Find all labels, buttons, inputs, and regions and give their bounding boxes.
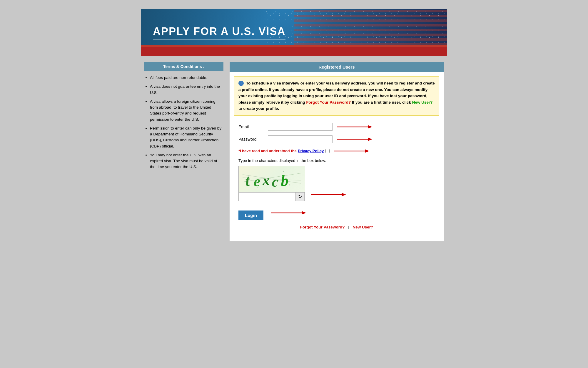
login-arrow-svg	[269, 210, 308, 216]
main-content: Terms & Conditions : All fees paid are n…	[141, 62, 447, 241]
svg-text:c: c	[271, 173, 279, 190]
captcha-arrow-svg	[309, 191, 348, 198]
privacy-text: *I have read and understood the	[238, 149, 297, 153]
svg-marker-3	[368, 137, 372, 141]
forgot-password-link[interactable]: Forgot Your Password?	[300, 225, 345, 229]
svg-point-15	[266, 173, 266, 173]
captcha-input-row: ↻	[239, 193, 304, 201]
svg-point-14	[248, 176, 249, 177]
page-title: APPLY FOR A U.S. VISA	[153, 25, 285, 39]
svg-marker-5	[365, 149, 369, 153]
terms-list: All fees paid are non-refundable. A visa…	[144, 75, 223, 170]
forgot-password-notice-link[interactable]: Forgot Your Password?	[306, 100, 351, 105]
email-label: Email	[238, 125, 268, 129]
list-item: Permission to enter can only be given by…	[150, 125, 223, 149]
terms-header: Terms & Conditions :	[144, 62, 223, 71]
password-input[interactable]	[268, 135, 333, 143]
email-input[interactable]	[268, 123, 333, 131]
svg-marker-22	[302, 211, 306, 215]
privacy-policy-link[interactable]: Privacy Policy	[298, 149, 324, 153]
notice-after-forgot: If you are a first time user, click	[352, 100, 411, 105]
captcha-svg: t e x c b	[243, 167, 301, 191]
privacy-arrow-indicator	[333, 148, 371, 154]
registered-users-header: Registered Users	[230, 62, 444, 72]
list-item: All fees paid are non-refundable.	[150, 75, 223, 81]
privacy-row: *I have read and understood the Privacy …	[238, 148, 435, 154]
list-item: You may not enter the U.S. with an expir…	[150, 152, 223, 170]
arrow-svg	[335, 124, 374, 130]
new-user-link[interactable]: New User?	[353, 225, 373, 229]
password-arrow-indicator	[335, 136, 374, 142]
arrow-svg	[333, 148, 371, 154]
svg-text:b: b	[280, 172, 288, 189]
arrow-svg	[335, 136, 374, 142]
svg-marker-1	[368, 125, 372, 129]
notice-after-new-user: to create your profile.	[238, 106, 279, 111]
privacy-checkbox[interactable]	[325, 149, 330, 153]
terms-panel: Terms & Conditions : All fees paid are n…	[144, 62, 223, 241]
captcha-container: t e x c b	[238, 166, 305, 201]
svg-point-16	[289, 185, 290, 185]
page-header: APPLY FOR A U.S. VISA	[141, 9, 447, 47]
svg-point-17	[257, 188, 258, 188]
link-separator: |	[348, 225, 349, 229]
login-panel: Registered Users i To schedule a visa in…	[229, 62, 444, 241]
captcha-input[interactable]	[239, 193, 295, 201]
login-button[interactable]: Login	[238, 210, 263, 220]
captcha-label: Type in the characters displayed in the …	[238, 158, 435, 163]
bottom-links: Forgot Your Password? | New User?	[238, 225, 435, 229]
svg-text:x: x	[262, 172, 270, 188]
captcha-image: t e x c b	[239, 166, 305, 193]
info-icon: i	[238, 81, 244, 86]
email-row: Email	[238, 123, 435, 131]
list-item: A visa allows a foreign citizen coming f…	[150, 99, 223, 122]
captcha-refresh-button[interactable]: ↻	[295, 193, 304, 201]
svg-text:e: e	[253, 173, 260, 190]
new-user-notice-link[interactable]: New User?	[412, 100, 433, 105]
login-form: Email Password	[230, 120, 444, 235]
svg-marker-20	[342, 193, 346, 196]
svg-text:t: t	[245, 172, 251, 189]
list-item: A visa does not guarantee entry into the…	[150, 84, 223, 96]
notice-box: i To schedule a visa interview or enter …	[234, 76, 439, 116]
red-accent-bar	[141, 47, 447, 56]
captcha-arrow-indicator	[309, 191, 348, 199]
password-row: Password	[238, 135, 435, 143]
svg-point-18	[283, 171, 284, 172]
password-label: Password	[238, 137, 268, 142]
email-arrow-indicator	[335, 124, 374, 130]
